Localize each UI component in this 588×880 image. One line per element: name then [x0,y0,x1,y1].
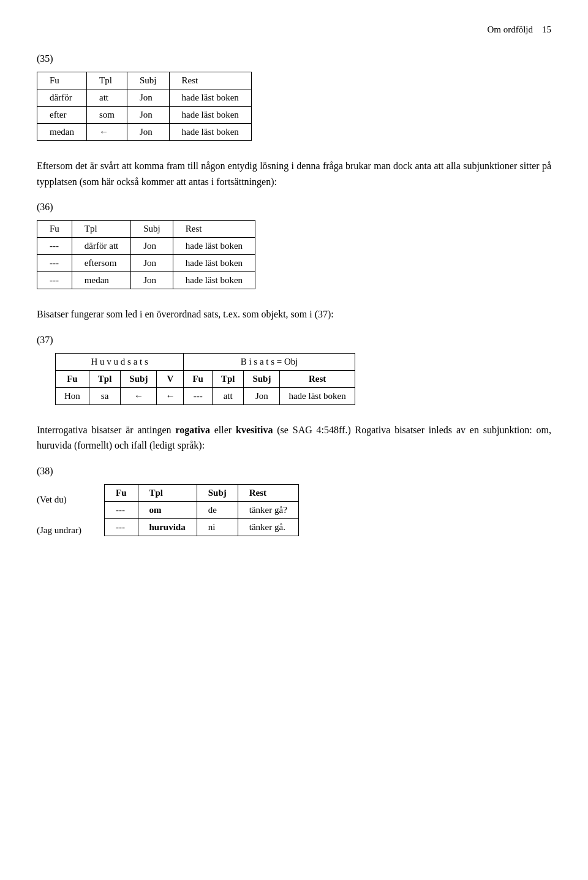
table-row: --- om de tänker gå? [105,501,299,518]
cell: --- [37,238,72,255]
col-rest: Rest [238,484,298,501]
col-fu: Fu [56,370,89,387]
col-subj: Subj [131,221,173,238]
cell: Jon [244,387,280,404]
row-label-jag: (Jag undrar) [37,522,94,539]
col-rest2: Rest [280,370,355,387]
cell: hade läst boken [173,272,255,289]
cell: Jon [131,272,173,289]
body3-bold1: rogativa [175,425,210,435]
cell: hade läst boken [169,107,251,124]
example-35-label: (35) [37,53,551,64]
col-subj: Subj [121,370,157,387]
table-row: --- huruvida ni tänker gå. [105,518,299,536]
cell: --- [184,387,213,404]
cell: tänker gå? [238,501,298,518]
cell: hade läst boken [280,387,355,404]
example-38-container: (Vet du) (Jag undrar) Fu Tpl Subj Rest -… [37,484,551,546]
table-row: --- därför att Jon hade läst boken [37,238,255,255]
cell: hade läst boken [173,238,255,255]
cell: Hon [56,387,89,404]
cell-bold: huruvida [149,522,186,532]
col-tpl: Tpl [89,370,121,387]
cell: hade läst boken [169,89,251,107]
col-tpl: Tpl [138,484,197,501]
cell: de [197,501,238,518]
table-row: efter som Jon hade läst boken [37,107,252,124]
cell: hade läst boken [169,124,251,141]
col-tpl2: Tpl [212,370,244,387]
cell: hade läst boken [173,255,255,272]
example-36-table: Fu Tpl Subj Rest --- därför att Jon hade… [37,220,255,289]
cell: --- [105,518,138,536]
col-tpl: Tpl [86,72,127,89]
example-38-block: (38) (Vet du) (Jag undrar) Fu Tpl Subj R… [37,466,551,546]
cell: Jon [131,238,173,255]
example-38-label: (38) [37,466,551,477]
example-36-label: (36) [37,202,551,213]
cell: ni [197,518,238,536]
example-37-block: (37) H u v u d s a t s B i s a t s = Obj… [37,335,551,405]
huvudsats-label: H u v u d s a t s [91,357,148,366]
cell: medan [37,124,87,141]
cell: medan [72,272,130,289]
cell: Jon [127,124,170,141]
col-fu2: Fu [184,370,213,387]
col-subj2: Subj [244,370,280,387]
col-subj: Subj [197,484,238,501]
huvudsats-header: H u v u d s a t s [56,353,184,370]
cell: sa [89,387,121,404]
body-text-1: Eftersom det är svårt att komma fram til… [37,158,551,189]
body3-part1: Interrogativa bisatser är antingen [37,425,175,435]
cell: huruvida [138,518,197,536]
cell: Jon [127,89,170,107]
example-38-table: Fu Tpl Subj Rest --- om de tänker gå? --… [104,484,299,536]
col-fu: Fu [37,221,72,238]
table-row: --- medan Jon hade läst boken [37,272,255,289]
page-header: Om ordföljd 15 [37,25,551,35]
example-36-block: (36) Fu Tpl Subj Rest --- därför att Jon… [37,202,551,289]
example-35-block: (35) Fu Tpl Subj Rest därför att Jon had… [37,53,551,141]
table-row: --- eftersom Jon hade läst boken [37,255,255,272]
table-row: Hon sa ← ← --- att Jon hade läst boken [56,387,355,404]
table-row: medan ← Jon hade läst boken [37,124,252,141]
cell: eftersom [72,255,130,272]
example-37-table: H u v u d s a t s B i s a t s = Obj Fu T… [55,353,355,405]
cell: Jon [127,107,170,124]
row-label-vet: (Vet du) [37,491,94,509]
body3-bold2: kvesitiva [236,425,273,435]
cell: --- [105,501,138,518]
cell: som [86,107,127,124]
col-tpl: Tpl [72,221,130,238]
example-38-labels: (Vet du) (Jag undrar) [37,484,104,546]
cell: ← [121,387,157,404]
table-row: därför att Jon hade läst boken [37,89,252,107]
body-text-3: Interrogativa bisatser är antingen rogat… [37,422,551,453]
cell: om [138,501,197,518]
cell: att [212,387,244,404]
cell: ← [86,124,127,141]
col-fu: Fu [105,484,138,501]
col-rest: Rest [169,72,251,89]
cell: Jon [131,255,173,272]
bisats-header: B i s a t s = Obj [184,353,355,370]
page-number: 15 [542,25,551,34]
example-35-table: Fu Tpl Subj Rest därför att Jon hade läs… [37,72,252,141]
cell: efter [37,107,87,124]
col-rest: Rest [173,221,255,238]
body-text-2: Bisatser fungerar som led i en överordna… [37,306,551,322]
chapter-title: Om ordföljd [487,25,533,34]
col-subj: Subj [127,72,170,89]
bisats-label: B i s a t s = Obj [241,357,298,366]
cell: ← [157,387,184,404]
cell: därför att [72,238,130,255]
cell: att [86,89,127,107]
cell-bold: om [149,505,162,515]
col-fu: Fu [37,72,87,89]
body3-part2: eller [210,425,236,435]
cell: --- [37,272,72,289]
example-37-label: (37) [37,335,551,346]
cell: därför [37,89,87,107]
cell: tänker gå. [238,518,298,536]
col-v: V [157,370,184,387]
